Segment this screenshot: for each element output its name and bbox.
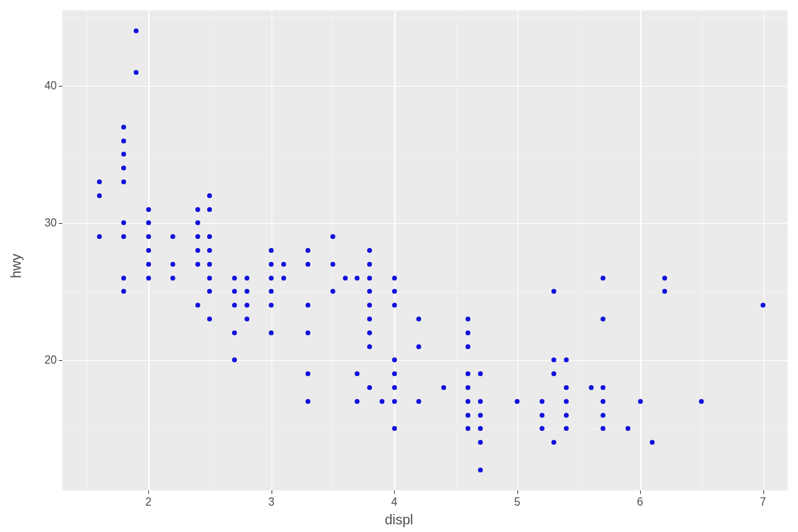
y-tick: [59, 360, 62, 361]
scatter-point: [207, 207, 212, 212]
x-axis-label: displ: [384, 512, 413, 528]
scatter-point: [305, 399, 310, 404]
scatter-point: [416, 399, 421, 404]
x-tick-label: 4: [391, 496, 398, 508]
scatter-point: [97, 179, 102, 184]
scatter-point: [367, 289, 372, 294]
scatter-point: [121, 139, 126, 143]
scatter-point: [355, 371, 360, 376]
scatter-point: [134, 28, 139, 33]
scatter-point: [121, 276, 126, 281]
scatter-point: [367, 344, 372, 349]
scatter-point: [392, 303, 397, 308]
scatter-point: [207, 289, 212, 294]
scatter-point: [97, 193, 102, 198]
scatter-point: [367, 303, 372, 308]
x-tick-label: 3: [268, 496, 274, 508]
scatter-point: [330, 234, 335, 239]
scatter-point: [121, 152, 126, 157]
scatter-point: [540, 399, 544, 404]
scatter-point: [540, 426, 544, 431]
scatter-point: [195, 248, 200, 253]
scatter-point: [367, 262, 372, 267]
scatter-point: [207, 317, 212, 321]
scatter-point: [269, 330, 274, 335]
scatter-point: [601, 426, 605, 431]
scatter-point: [478, 371, 483, 376]
scatter-point: [466, 385, 470, 390]
scatter-point: [466, 317, 470, 321]
scatter-point: [478, 468, 483, 472]
scatter-point: [662, 276, 667, 281]
scatter-point: [305, 330, 310, 335]
scatter-chart: hwy displ 234567203040: [0, 0, 798, 532]
scatter-point: [269, 303, 274, 308]
scatter-point: [121, 179, 126, 184]
scatter-point: [367, 385, 372, 390]
gridline-h-minor: [62, 292, 788, 292]
x-tick: [517, 490, 518, 494]
scatter-point: [146, 248, 151, 253]
scatter-point: [662, 289, 667, 294]
scatter-point: [551, 371, 556, 376]
scatter-point: [601, 399, 605, 404]
scatter-point: [367, 276, 372, 281]
scatter-point: [392, 357, 397, 362]
scatter-point: [97, 234, 102, 239]
scatter-point: [121, 234, 126, 239]
scatter-point: [245, 317, 249, 321]
scatter-point: [170, 262, 175, 267]
scatter-point: [195, 303, 200, 308]
scatter-point: [601, 385, 605, 390]
gridline-h-minor: [62, 154, 788, 155]
x-tick-label: 7: [760, 496, 766, 508]
gridline-v-minor: [332, 10, 333, 490]
scatter-point: [564, 413, 569, 418]
scatter-point: [269, 289, 274, 294]
y-tick: [59, 223, 62, 224]
x-tick-label: 6: [637, 496, 644, 508]
gridline-h-minor: [62, 17, 788, 18]
scatter-point: [650, 440, 655, 445]
scatter-point: [367, 317, 372, 321]
scatter-point: [478, 399, 483, 404]
scatter-point: [269, 276, 274, 281]
scatter-point: [146, 262, 151, 267]
scatter-point: [207, 234, 212, 239]
scatter-point: [281, 262, 286, 267]
y-tick-label: 30: [39, 217, 57, 229]
scatter-point: [269, 248, 274, 253]
scatter-point: [441, 385, 446, 390]
scatter-point: [466, 344, 470, 349]
scatter-point: [207, 193, 212, 198]
x-tick: [148, 490, 149, 494]
scatter-point: [207, 262, 212, 267]
scatter-point: [232, 289, 237, 294]
scatter-point: [761, 303, 765, 308]
scatter-point: [564, 385, 569, 390]
scatter-point: [245, 276, 249, 281]
scatter-point: [195, 207, 200, 212]
y-tick-label: 20: [39, 354, 57, 366]
scatter-point: [367, 248, 372, 253]
scatter-point: [232, 357, 237, 362]
scatter-point: [207, 248, 212, 253]
gridline-h-major: [62, 223, 788, 224]
scatter-point: [392, 289, 397, 294]
scatter-point: [232, 303, 237, 308]
scatter-point: [134, 70, 139, 75]
scatter-point: [392, 426, 397, 431]
plot-panel: [62, 10, 788, 490]
scatter-point: [121, 289, 126, 294]
scatter-point: [245, 303, 249, 308]
scatter-point: [305, 303, 310, 308]
scatter-point: [478, 413, 483, 418]
scatter-point: [146, 220, 151, 225]
gridline-v-major: [394, 10, 396, 490]
scatter-point: [601, 317, 605, 321]
scatter-point: [367, 330, 372, 335]
scatter-point: [515, 399, 520, 404]
scatter-point: [466, 371, 470, 376]
x-tick-label: 5: [514, 496, 520, 508]
gridline-v-major: [763, 10, 765, 490]
